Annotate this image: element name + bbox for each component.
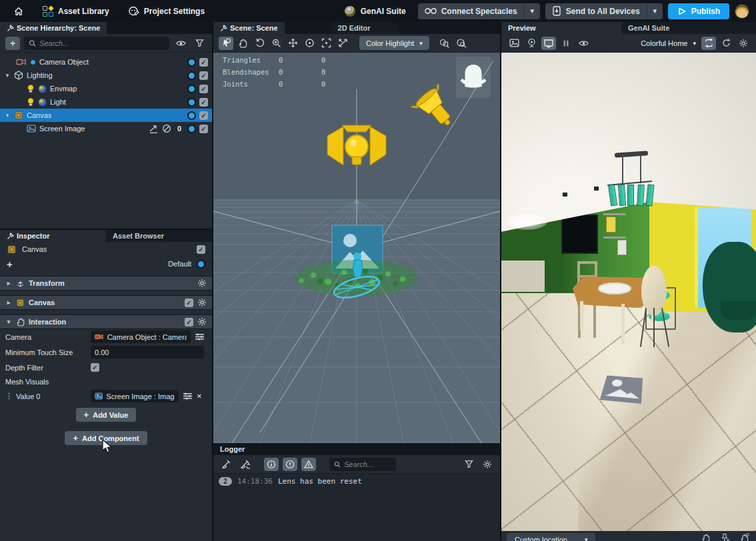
manipulate-tool-icon[interactable]: [335, 37, 350, 50]
gear-icon[interactable]: [480, 458, 495, 471]
highlight-pick-icon[interactable]: [437, 37, 452, 50]
drag-handle[interactable]: ⋮: [5, 392, 12, 400]
webcam-preview-icon[interactable]: [524, 37, 539, 50]
orbit-tool-icon[interactable]: [302, 37, 317, 50]
gear-icon[interactable]: [197, 298, 207, 307]
camera-reference-chip[interactable]: Camera Object : Camera: [91, 330, 191, 343]
add-component-button[interactable]: + Add Component: [65, 431, 147, 445]
enabled-toggle[interactable]: [187, 58, 196, 67]
render-disabled-icon[interactable]: [162, 124, 171, 133]
entity-enabled-checkbox[interactable]: ✓: [197, 245, 205, 254]
expand-icon[interactable]: ▾: [4, 72, 11, 79]
tab-inspector[interactable]: Inspector: [0, 230, 106, 242]
device-preview-icon[interactable]: [541, 37, 556, 50]
enabled-toggle[interactable]: [187, 111, 196, 120]
remove-value-button[interactable]: ×: [197, 391, 202, 401]
touch-simulate-icon[interactable]: [701, 533, 711, 541]
zoom-tool-icon[interactable]: [269, 37, 283, 50]
tab-2d-editor[interactable]: 2D Editor: [331, 22, 398, 34]
enabled-toggle[interactable]: [187, 98, 196, 107]
preview-viewport[interactable]: [501, 53, 756, 531]
snapshot-preview-icon[interactable]: [507, 37, 521, 50]
layer-dot[interactable]: [197, 260, 205, 269]
section-interaction[interactable]: ▾ Interaction ✓: [0, 314, 212, 329]
filter-icon[interactable]: [461, 458, 476, 471]
pin-remove-icon[interactable]: [720, 533, 730, 541]
genai-suite-button[interactable]: GenAI Suite: [337, 0, 413, 22]
asset-library-button[interactable]: Asset Library: [36, 0, 116, 22]
tab-scene[interactable]: Scene: Scene: [213, 22, 285, 34]
row-checkbox[interactable]: ✓: [199, 71, 208, 80]
pause-icon[interactable]: [559, 37, 573, 50]
info-filter-icon[interactable]: [264, 458, 279, 471]
tab-genai-suite[interactable]: GenAI Suite: [621, 22, 756, 34]
screen-image-marker[interactable]: [600, 376, 643, 404]
error-filter-icon[interactable]: [283, 458, 297, 471]
scene-viewport[interactable]: Triangles 00 Blendshapes 00 Joints 00: [213, 53, 500, 443]
logger-search[interactable]: [329, 458, 396, 471]
visibility-icon[interactable]: [173, 37, 188, 50]
restart-lens-icon[interactable]: [719, 37, 733, 50]
send-to-all-devices-button[interactable]: Send to All Devices ▾: [545, 3, 663, 19]
section-canvas[interactable]: ▸ Canvas ✓: [0, 295, 212, 310]
custom-location-dropdown[interactable]: Custom location ▾: [507, 533, 595, 541]
send-devices-dropdown[interactable]: ▾: [647, 3, 663, 19]
tab-asset-browser[interactable]: Asset Browser: [106, 230, 212, 242]
clear-log-icon[interactable]: [219, 458, 233, 471]
tree-row-lighting[interactable]: ▾ Lighting ✓: [0, 69, 212, 82]
enabled-toggle[interactable]: [187, 71, 196, 80]
tree-row-envmap[interactable]: Envmap ✓: [0, 82, 212, 95]
project-settings-button[interactable]: Project Settings: [121, 0, 211, 22]
pan-tool-icon[interactable]: [235, 37, 250, 50]
object-picker-icon[interactable]: [195, 332, 205, 341]
connect-spectacles-button[interactable]: Connect Spectacles ▾: [418, 3, 540, 19]
tree-row-screen-image[interactable]: Screen Image 0 ✓: [0, 122, 212, 135]
add-layer-button[interactable]: +: [7, 259, 13, 270]
hierarchy-search-input[interactable]: [39, 39, 165, 47]
clear-on-reset-icon[interactable]: [237, 458, 252, 471]
gear-icon[interactable]: [197, 317, 207, 326]
expand-icon[interactable]: ▾: [4, 112, 11, 119]
row-checkbox[interactable]: ✓: [199, 98, 208, 107]
hide-overlay-icon[interactable]: [576, 37, 591, 50]
enabled-toggle[interactable]: [187, 85, 196, 93]
select-tool-icon[interactable]: [219, 37, 233, 50]
log-entry[interactable]: 2 14:18:36 Lens has been reset: [213, 474, 500, 489]
user-avatar[interactable]: [735, 4, 749, 19]
logger-search-input[interactable]: [344, 460, 391, 468]
row-checkbox[interactable]: ✓: [199, 125, 208, 133]
value0-reference-chip[interactable]: Screen Image : Image: [91, 390, 179, 402]
tree-row-light[interactable]: Light ✓: [0, 95, 212, 109]
component-checkbox[interactable]: ✓: [185, 318, 193, 326]
gesture-icon[interactable]: [739, 533, 749, 541]
tab-scene-hierarchy[interactable]: Scene Hierarchy: Scene: [0, 22, 107, 34]
section-transform[interactable]: ▸ Transform: [0, 276, 212, 290]
component-checkbox[interactable]: ✓: [185, 298, 193, 307]
preview-settings-icon[interactable]: [736, 37, 751, 50]
home-button[interactable]: [7, 0, 31, 22]
gear-icon[interactable]: [197, 278, 207, 288]
enabled-toggle[interactable]: [187, 125, 196, 133]
filter-icon[interactable]: [192, 37, 207, 50]
tree-row-canvas[interactable]: ▾ Canvas ✓: [0, 109, 212, 122]
touch-size-input[interactable]: [91, 346, 204, 358]
environment-dropdown[interactable]: Colorful Home ▾: [638, 36, 699, 50]
color-highlight-dropdown[interactable]: Color Highlight ▾: [359, 36, 429, 50]
tab-preview[interactable]: Preview: [501, 22, 621, 34]
rotate-tool-icon[interactable]: [252, 37, 267, 50]
move-tool-icon[interactable]: [285, 37, 300, 50]
reset-loop-icon[interactable]: [701, 37, 716, 50]
region-inspect-icon[interactable]: [454, 37, 469, 50]
hierarchy-search[interactable]: [24, 37, 169, 50]
focus-tool-icon[interactable]: [319, 37, 333, 50]
add-object-button[interactable]: +: [5, 37, 20, 50]
warning-filter-icon[interactable]: [301, 458, 316, 471]
row-checkbox[interactable]: ✓: [199, 111, 208, 120]
connect-spectacles-dropdown[interactable]: ▾: [524, 3, 540, 19]
add-value-button[interactable]: + Add Value: [76, 408, 137, 422]
tree-row-camera-object[interactable]: Camera Object ✓: [0, 55, 212, 69]
publish-button[interactable]: Publish: [668, 3, 729, 19]
row-checkbox[interactable]: ✓: [199, 85, 208, 93]
row-checkbox[interactable]: ✓: [199, 58, 208, 67]
depth-filter-checkbox[interactable]: ✓: [91, 363, 99, 372]
